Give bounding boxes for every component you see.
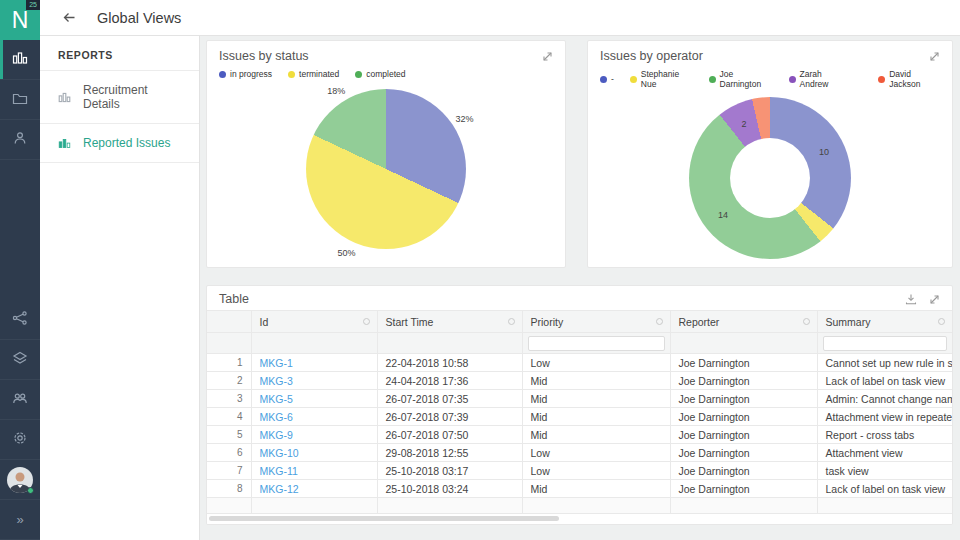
legend-dot xyxy=(600,76,607,83)
icon-sidebar: N 25 xyxy=(0,0,40,540)
table-card: Table xyxy=(206,285,953,525)
back-arrow-icon xyxy=(62,10,77,25)
table-row[interactable]: 3 MKG-5 26-07-2018 07:35 Mid Joe Darning… xyxy=(207,390,952,408)
column-filter-icon[interactable] xyxy=(803,318,810,325)
legend-item[interactable]: completed xyxy=(355,69,405,79)
gear-icon xyxy=(12,430,28,450)
column-header-summary[interactable]: Summary xyxy=(817,311,952,333)
column-filter-icon[interactable] xyxy=(363,318,370,325)
legend-item[interactable]: in progress xyxy=(219,69,272,79)
legend-item[interactable]: Stephanie Nue xyxy=(630,69,693,89)
reports-panel: REPORTS Recruitment Details xyxy=(40,36,200,540)
column-header-id[interactable]: Id xyxy=(251,311,377,333)
issue-link[interactable]: MKG-11 xyxy=(260,465,298,477)
table-row[interactable]: 6 MKG-10 29-08-2018 12:55 Low Joe Darnin… xyxy=(207,444,952,462)
legend-dot xyxy=(630,76,637,83)
online-status-dot xyxy=(27,487,34,494)
sidebar-item-settings[interactable] xyxy=(0,420,40,460)
table-row[interactable]: 4 MKG-6 26-07-2018 07:39 Mid Joe Darning… xyxy=(207,408,952,426)
logo-letter: N xyxy=(12,7,29,34)
operator-donut-chart[interactable] xyxy=(689,97,851,259)
table-row[interactable]: 8 MKG-12 25-10-2018 03:24 Mid Joe Darnin… xyxy=(207,480,952,498)
slice-label: 2 xyxy=(741,119,746,129)
sidebar-item-profile[interactable] xyxy=(0,460,40,500)
report-item-reported-issues[interactable]: Reported Issues xyxy=(40,124,199,163)
scrollbar-thumb[interactable] xyxy=(209,516,559,521)
column-header-priority[interactable]: Priority xyxy=(522,311,670,333)
row-number-header xyxy=(207,311,251,333)
priority-filter-input[interactable] xyxy=(528,336,665,351)
report-item-label: Reported Issues xyxy=(83,136,170,150)
issue-link[interactable]: MKG-10 xyxy=(260,447,299,459)
column-header-reporter[interactable]: Reporter xyxy=(670,311,817,333)
page-title: Global Views xyxy=(97,10,181,26)
legend-label: in progress xyxy=(230,69,272,79)
status-pie-chart[interactable] xyxy=(306,89,466,249)
legend-item[interactable]: - xyxy=(600,69,614,89)
column-filter-icon[interactable] xyxy=(938,318,945,325)
column-header-start-time[interactable]: Start Time xyxy=(377,311,522,333)
issue-link[interactable]: MKG-3 xyxy=(260,375,293,387)
table-row[interactable]: 2 MKG-3 24-04-2018 17:36 Mid Joe Darning… xyxy=(207,372,952,390)
sidebar-item-share[interactable] xyxy=(0,300,40,340)
legend-item[interactable]: Joe Darnington xyxy=(709,69,773,89)
legend-label: Joe Darnington xyxy=(720,69,773,89)
column-filter-icon[interactable] xyxy=(508,318,515,325)
issue-link[interactable]: MKG-6 xyxy=(260,411,293,423)
legend-item[interactable]: terminated xyxy=(288,69,339,79)
operator-donut-stage: 10142 xyxy=(588,89,952,269)
app-logo[interactable]: N 25 xyxy=(0,0,40,40)
issue-link[interactable]: MKG-9 xyxy=(260,429,293,441)
legend-item[interactable]: Zarah Andrew xyxy=(789,69,849,89)
legend-label: Zarah Andrew xyxy=(800,69,849,89)
legend-dot xyxy=(709,76,716,83)
dashboard-main: Issues by status in progress xyxy=(200,36,960,540)
legend-item[interactable]: David Jackson xyxy=(878,69,940,89)
sidebar-collapse-button[interactable]: » xyxy=(0,500,40,540)
table-filter-row xyxy=(207,333,952,354)
issues-table: Id Start Time Priority Reporter Summary xyxy=(207,310,952,514)
expand-icon[interactable] xyxy=(929,293,940,305)
empty-table-row xyxy=(207,498,952,514)
operator-legend: - Stephanie Nue Joe Darnington xyxy=(588,65,952,89)
slice-label: 32% xyxy=(455,114,473,124)
sidebar-item-users[interactable] xyxy=(0,120,40,160)
legend-dot xyxy=(789,76,796,83)
back-button[interactable] xyxy=(62,10,77,25)
folder-icon xyxy=(12,90,28,110)
sidebar-item-folders[interactable] xyxy=(0,80,40,120)
table-header-row: Id Start Time Priority Reporter Summary xyxy=(207,311,952,333)
expand-icon[interactable] xyxy=(929,51,940,62)
summary-filter-input[interactable] xyxy=(823,336,948,351)
legend-label: - xyxy=(611,74,614,84)
card-title: Issues by status xyxy=(219,49,309,63)
card-title: Table xyxy=(219,292,249,306)
legend-label: Stephanie Nue xyxy=(641,69,693,89)
legend-label: David Jackson xyxy=(889,69,940,89)
legend-dot xyxy=(219,71,226,78)
reports-panel-title: REPORTS xyxy=(40,36,199,71)
status-pie-stage: 32%50%18% xyxy=(207,79,565,259)
table-row[interactable]: 1 MKG-1 22-04-2018 10:58 Low Joe Darning… xyxy=(207,354,952,372)
issue-link[interactable]: MKG-1 xyxy=(260,357,293,369)
card-title: Issues by operator xyxy=(600,49,703,63)
legend-label: terminated xyxy=(299,69,339,79)
report-item-label: Recruitment Details xyxy=(83,83,181,111)
bar-chart-icon xyxy=(12,50,28,70)
table-row[interactable]: 7 MKG-11 25-10-2018 03:17 Low Joe Darnin… xyxy=(207,462,952,480)
report-item-recruitment-details[interactable]: Recruitment Details xyxy=(40,71,199,124)
sidebar-item-reports[interactable] xyxy=(0,40,40,80)
table-row[interactable]: 5 MKG-9 26-07-2018 07:50 Mid Joe Darning… xyxy=(207,426,952,444)
sidebar-item-groups[interactable] xyxy=(0,380,40,420)
column-filter-icon[interactable] xyxy=(656,318,663,325)
people-icon xyxy=(12,390,28,410)
issue-link[interactable]: MKG-5 xyxy=(260,393,293,405)
bar-chart-icon xyxy=(58,137,71,150)
issue-link[interactable]: MKG-12 xyxy=(260,483,299,495)
legend-dot xyxy=(878,76,885,83)
user-avatar xyxy=(7,467,33,493)
expand-icon[interactable] xyxy=(542,51,553,62)
download-icon[interactable] xyxy=(905,293,917,305)
sidebar-item-layers[interactable] xyxy=(0,340,40,380)
layers-icon xyxy=(12,350,28,370)
